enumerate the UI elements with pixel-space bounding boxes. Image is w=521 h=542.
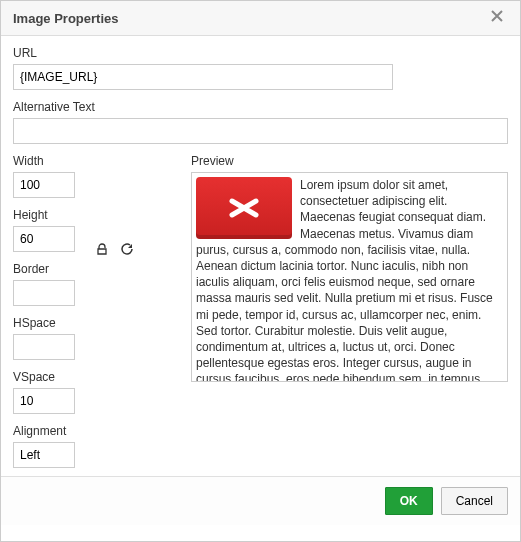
vspace-label: VSpace [13,370,183,384]
dialog-body: URL Alternative Text Width Height [1,36,520,476]
dialog-title: Image Properties [13,11,119,26]
ok-button[interactable]: OK [385,487,433,515]
alignment-group: Alignment [13,424,183,468]
vspace-group: VSpace [13,370,183,414]
url-label: URL [13,46,508,60]
dialog-header: Image Properties [1,1,520,36]
alt-text-label: Alternative Text [13,100,508,114]
url-input[interactable] [13,64,393,90]
preview-label: Preview [191,154,508,168]
hspace-group: HSpace [13,316,183,360]
alignment-label: Alignment [13,424,183,438]
border-label: Border [13,262,183,276]
height-input[interactable] [13,226,75,252]
left-column: Width Height Bo [13,154,183,468]
right-column: Preview Lorem ipsum dolor sit amet, cons… [191,154,508,382]
height-label: Height [13,208,75,222]
preview-box[interactable]: Lorem ipsum dolor sit amet, consectetuer… [191,172,508,382]
alignment-select[interactable] [13,442,75,468]
broken-image-icon [196,177,292,239]
preview-content: Lorem ipsum dolor sit amet, consectetuer… [196,177,503,382]
hspace-input[interactable] [13,334,75,360]
width-group: Width [13,154,75,198]
url-group: URL [13,46,508,90]
height-group: Height [13,208,75,252]
border-group: Border [13,262,183,306]
lock-icon[interactable] [93,240,111,258]
width-input[interactable] [13,172,75,198]
close-icon[interactable] [486,9,508,27]
alt-text-input[interactable] [13,118,508,144]
border-input[interactable] [13,280,75,306]
hspace-label: HSpace [13,316,183,330]
cancel-button[interactable]: Cancel [441,487,508,515]
width-label: Width [13,154,75,168]
dimension-icons [93,240,135,262]
alt-text-group: Alternative Text [13,100,508,144]
dialog-footer: OK Cancel [1,476,520,525]
vspace-input[interactable] [13,388,75,414]
reset-icon[interactable] [117,240,135,258]
